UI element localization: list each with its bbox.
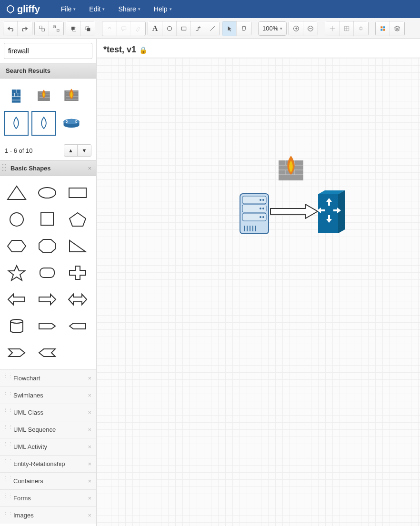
svg-rect-48 bbox=[40, 268, 54, 278]
category-label: UML Class bbox=[13, 409, 43, 416]
zoom-dropdown[interactable]: 100%▾ bbox=[258, 21, 287, 36]
category-uml-class[interactable]: ⋮⋮UML Class× bbox=[0, 404, 96, 421]
shape-tag-right-icon[interactable] bbox=[32, 313, 62, 339]
canvas-server-stack[interactable] bbox=[238, 191, 271, 238]
lock-icon: 🔒 bbox=[139, 46, 147, 54]
menu-help[interactable]: Help▾ bbox=[147, 5, 179, 13]
svg-point-57 bbox=[262, 208, 264, 209]
snap-guides-button[interactable] bbox=[354, 21, 368, 36]
drag-handle-icon: ⋮⋮ bbox=[3, 391, 13, 395]
shape-right-triangle-icon[interactable] bbox=[63, 233, 92, 259]
canvas[interactable] bbox=[97, 58, 420, 526]
shape-hexagon-icon[interactable] bbox=[2, 233, 31, 259]
show-grid-button[interactable] bbox=[340, 21, 354, 36]
category-forms[interactable]: ⋮⋮Forms× bbox=[0, 489, 96, 506]
shape-triangle-icon[interactable] bbox=[2, 180, 31, 206]
shape-circle-icon[interactable] bbox=[2, 207, 31, 232]
shape-tag-left-icon[interactable] bbox=[63, 313, 92, 339]
svg-point-41 bbox=[5, 167, 6, 168]
zoom-out-button[interactable] bbox=[303, 21, 318, 36]
svg-point-44 bbox=[39, 188, 56, 198]
shape-chevron-left-icon[interactable] bbox=[32, 340, 62, 366]
result-firewall-outline1-icon[interactable] bbox=[4, 111, 29, 136]
close-icon[interactable]: × bbox=[88, 443, 91, 450]
category-flowchart[interactable]: ⋮⋮Flowchart× bbox=[0, 369, 96, 387]
result-firewall-fire1-icon[interactable] bbox=[31, 83, 56, 108]
bring-front-button[interactable] bbox=[66, 21, 80, 36]
line-tool-button[interactable] bbox=[205, 21, 220, 36]
close-icon[interactable]: × bbox=[88, 495, 91, 502]
snap-grid-button[interactable] bbox=[325, 21, 340, 36]
shape-arrow-both-icon[interactable] bbox=[63, 287, 92, 312]
shape-arrow-right-icon[interactable] bbox=[32, 287, 62, 312]
category-entity-relationship[interactable]: ⋮⋮Entity-Relationship× bbox=[0, 455, 96, 472]
category-uml-activity[interactable]: ⋮⋮UML Activity× bbox=[0, 438, 96, 455]
shape-rectangle-icon[interactable] bbox=[63, 180, 92, 206]
shape-star-icon[interactable] bbox=[2, 260, 31, 286]
canvas-arrow[interactable] bbox=[268, 202, 320, 222]
result-firewall-blue-icon[interactable] bbox=[4, 83, 29, 108]
shape-ellipse-icon[interactable] bbox=[32, 180, 62, 206]
undo-button[interactable] bbox=[3, 21, 18, 36]
zoom-in-button[interactable] bbox=[289, 21, 303, 36]
close-icon[interactable]: × bbox=[88, 426, 91, 433]
category-uml-sequence[interactable]: ⋮⋮UML Sequence× bbox=[0, 421, 96, 438]
pager-next-button[interactable]: ▼ bbox=[78, 145, 91, 156]
close-icon[interactable]: × bbox=[88, 512, 91, 519]
menu-file[interactable]: File▾ bbox=[54, 5, 83, 13]
shape-search-input[interactable] bbox=[4, 43, 92, 59]
svg-rect-10 bbox=[121, 27, 126, 30]
menu-edit[interactable]: Edit▾ bbox=[82, 5, 111, 13]
ellipse-tool-button[interactable] bbox=[162, 21, 177, 36]
close-icon[interactable]: × bbox=[88, 477, 91, 485]
close-icon[interactable]: × bbox=[88, 460, 91, 467]
group-button[interactable] bbox=[35, 21, 49, 36]
send-back-button[interactable] bbox=[80, 21, 95, 36]
drag-handle-icon: ⋮⋮ bbox=[3, 477, 13, 480]
shape-chevron-right-icon[interactable] bbox=[2, 340, 31, 366]
category-swimlanes[interactable]: ⋮⋮Swimlanes× bbox=[0, 387, 96, 404]
category-label: Flowchart bbox=[13, 375, 40, 382]
shape-octagon-icon[interactable] bbox=[32, 233, 62, 259]
brand-text: gliffy bbox=[17, 4, 40, 15]
pointer-tool-button[interactable] bbox=[222, 21, 237, 36]
close-icon[interactable]: × bbox=[88, 165, 91, 172]
svg-rect-12 bbox=[181, 27, 186, 30]
category-containers[interactable]: ⋮⋮Containers× bbox=[0, 472, 96, 489]
pager-prev-button[interactable]: ▲ bbox=[64, 145, 78, 156]
svg-point-11 bbox=[167, 26, 171, 30]
close-icon[interactable]: × bbox=[88, 375, 91, 382]
menu-share[interactable]: Share▾ bbox=[111, 5, 147, 13]
svg-rect-8 bbox=[87, 28, 90, 31]
shape-cylinder-icon[interactable] bbox=[2, 313, 31, 339]
shape-pentagon-icon[interactable] bbox=[63, 207, 92, 232]
category-label: UML Activity bbox=[13, 443, 47, 450]
shape-rounded-rect-icon[interactable] bbox=[32, 260, 62, 286]
svg-rect-23 bbox=[380, 26, 382, 28]
text-tool-button[interactable]: A bbox=[148, 21, 162, 36]
shape-plus-icon[interactable] bbox=[63, 260, 92, 286]
pan-tool-button[interactable] bbox=[237, 21, 251, 36]
shape-arrow-left-icon[interactable] bbox=[2, 287, 31, 312]
connector-tool-button[interactable] bbox=[191, 21, 205, 36]
shape-square-icon[interactable] bbox=[32, 207, 62, 232]
ungroup-button[interactable] bbox=[49, 21, 63, 36]
rectangle-tool-button[interactable] bbox=[177, 21, 191, 36]
close-icon[interactable]: × bbox=[88, 409, 91, 416]
themes-button[interactable] bbox=[376, 21, 390, 36]
category-label: Images bbox=[13, 512, 34, 519]
canvas-router[interactable] bbox=[313, 188, 350, 239]
result-firewall-outline2-icon[interactable] bbox=[31, 111, 56, 136]
search-results-header: Search Results bbox=[0, 63, 96, 79]
result-router-disk-icon[interactable] bbox=[59, 111, 84, 136]
canvas-firewall[interactable] bbox=[274, 152, 308, 188]
svg-point-37 bbox=[64, 119, 80, 124]
redo-button[interactable] bbox=[18, 21, 32, 36]
layers-button[interactable] bbox=[390, 21, 404, 36]
basic-shapes-header[interactable]: Basic Shapes × bbox=[0, 160, 96, 176]
svg-point-58 bbox=[260, 216, 261, 218]
category-images[interactable]: ⋮⋮Images× bbox=[0, 506, 96, 524]
svg-point-5 bbox=[58, 30, 58, 30]
close-icon[interactable]: × bbox=[88, 392, 91, 399]
result-firewall-fire2-icon[interactable] bbox=[59, 83, 84, 108]
